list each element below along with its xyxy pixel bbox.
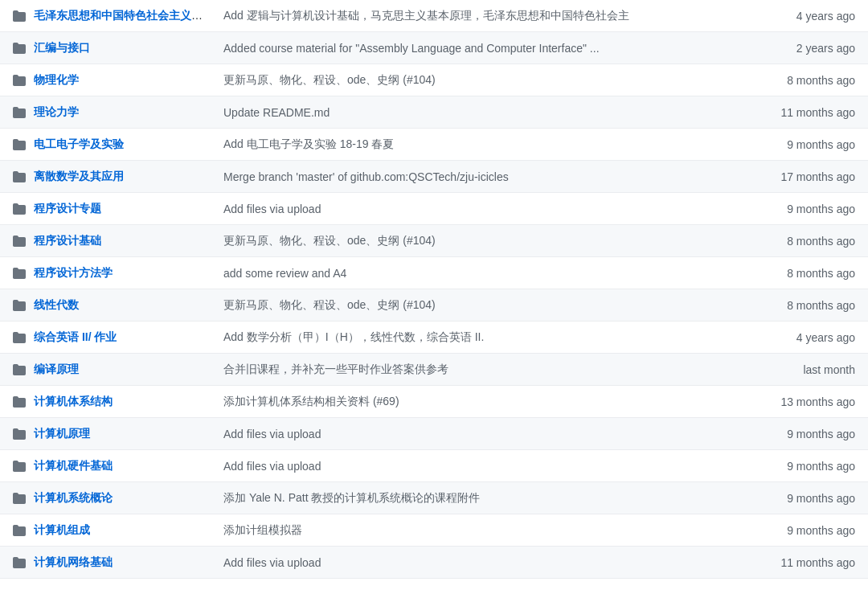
table-row: 线性代数 更新马原、物化、程设、ode、史纲 (#104) 8 months a… — [0, 289, 868, 322]
file-name[interactable]: 程序设计基础 — [34, 234, 211, 248]
commit-message: Add files via upload — [211, 460, 751, 473]
commit-message: Added course material for "Assembly Lang… — [211, 42, 751, 55]
commit-message: 添加计算机体系结构相关资料 (#69) — [211, 395, 751, 409]
table-row: 理论力学 Update README.md 11 months ago — [0, 96, 868, 129]
file-name[interactable]: 程序设计专题 — [34, 202, 211, 216]
folder-icon — [13, 106, 27, 119]
time-ago: 9 months ago — [751, 203, 855, 215]
table-row: 编译原理 合并旧课程，并补充一些平时作业答案供参考 last month — [0, 354, 868, 386]
table-row: 计算机组成 添加计组模拟器 9 months ago — [0, 514, 868, 547]
time-ago: 11 months ago — [751, 106, 855, 119]
table-row: 离散数学及其应用 Merge branch 'master' of github… — [0, 161, 868, 193]
file-name[interactable]: 编译原理 — [34, 363, 211, 377]
file-name[interactable]: 计算机组成 — [34, 523, 211, 538]
time-ago: 4 years ago — [751, 10, 855, 23]
folder-icon — [13, 428, 27, 440]
file-name[interactable]: 计算机系统概论 — [34, 491, 211, 506]
time-ago: 4 years ago — [751, 331, 855, 344]
commit-message: 添加计组模拟器 — [211, 523, 751, 538]
time-ago: 11 months ago — [751, 556, 855, 569]
time-ago: 9 months ago — [751, 492, 855, 505]
time-ago: 9 months ago — [751, 460, 855, 473]
file-name[interactable]: 离散数学及其应用 — [34, 170, 211, 184]
commit-message: Add files via upload — [211, 203, 751, 215]
time-ago: 9 months ago — [751, 524, 855, 537]
table-row: 综合英语 II/ 作业 Add 数学分析（甲）I（H），线性代数，综合英语 II… — [0, 322, 868, 354]
file-name[interactable]: 计算机硬件基础 — [34, 459, 211, 473]
folder-icon — [13, 235, 27, 248]
time-ago: 8 months ago — [751, 267, 855, 280]
commit-message: 更新马原、物化、程设、ode、史纲 (#104) — [211, 234, 751, 248]
file-name[interactable]: 物理化学 — [34, 73, 211, 88]
folder-icon — [13, 170, 27, 183]
file-name[interactable]: 汇编与接口 — [34, 41, 211, 55]
folder-icon — [13, 74, 27, 87]
table-row: 毛泽东思想和中国特色社会主义理... Add 逻辑与计算机设计基础，马克思主义基… — [0, 0, 868, 32]
commit-message: Add 电工电子学及实验 18-19 春夏 — [211, 137, 751, 152]
table-row: 物理化学 更新马原、物化、程设、ode、史纲 (#104) 8 months a… — [0, 64, 868, 96]
time-ago: 8 months ago — [751, 74, 855, 87]
folder-icon — [13, 460, 27, 473]
commit-message: 更新马原、物化、程设、ode、史纲 (#104) — [211, 298, 751, 313]
commit-message: 合并旧课程，并补充一些平时作业答案供参考 — [211, 363, 751, 377]
commit-message: 更新马原、物化、程设、ode、史纲 (#104) — [211, 73, 751, 88]
file-name[interactable]: 线性代数 — [34, 298, 211, 313]
commit-message: 添加 Yale N. Patt 教授的计算机系统概论的课程附件 — [211, 491, 751, 506]
time-ago: 9 months ago — [751, 138, 855, 151]
commit-message: Add 数学分析（甲）I（H），线性代数，综合英语 II. — [211, 330, 751, 345]
folder-icon — [13, 524, 27, 537]
commit-message: Merge branch 'master' of github.com:QSCT… — [211, 170, 751, 183]
time-ago: 13 months ago — [751, 395, 855, 408]
folder-icon — [13, 42, 27, 55]
file-list: 毛泽东思想和中国特色社会主义理... Add 逻辑与计算机设计基础，马克思主义基… — [0, 0, 868, 579]
file-name[interactable]: 程序设计方法学 — [34, 266, 211, 281]
time-ago: 9 months ago — [751, 428, 855, 440]
commit-message: add some review and A4 — [211, 267, 751, 280]
commit-message: Add files via upload — [211, 556, 751, 569]
folder-icon — [13, 556, 27, 569]
folder-icon — [13, 395, 27, 408]
folder-icon — [13, 299, 27, 312]
folder-icon — [13, 492, 27, 505]
commit-message: Update README.md — [211, 106, 751, 119]
commit-message: Add 逻辑与计算机设计基础，马克思主义基本原理，毛泽东思想和中国特色社会主 — [211, 9, 751, 23]
time-ago: 2 years ago — [751, 42, 855, 55]
folder-icon — [13, 331, 27, 344]
time-ago: 8 months ago — [751, 235, 855, 248]
folder-icon — [13, 363, 27, 376]
time-ago: 8 months ago — [751, 299, 855, 312]
table-row: 程序设计方法学 add some review and A4 8 months … — [0, 257, 868, 289]
folder-icon — [13, 203, 27, 215]
folder-icon — [13, 138, 27, 151]
time-ago: last month — [751, 363, 855, 376]
table-row: 汇编与接口 Added course material for "Assembl… — [0, 32, 868, 64]
folder-icon — [13, 267, 27, 280]
table-row: 计算机网络基础 Add files via upload 11 months a… — [0, 547, 868, 579]
table-row: 计算机体系结构 添加计算机体系结构相关资料 (#69) 13 months ag… — [0, 386, 868, 418]
file-name[interactable]: 毛泽东思想和中国特色社会主义理... — [34, 9, 211, 23]
file-name[interactable]: 计算机网络基础 — [34, 555, 211, 570]
time-ago: 17 months ago — [751, 170, 855, 183]
table-row: 计算机原理 Add files via upload 9 months ago — [0, 418, 868, 450]
table-row: 程序设计专题 Add files via upload 9 months ago — [0, 193, 868, 225]
file-name[interactable]: 计算机原理 — [34, 427, 211, 441]
file-name[interactable]: 电工电子学及实验 — [34, 137, 211, 152]
folder-icon — [13, 10, 27, 23]
file-name[interactable]: 计算机体系结构 — [34, 395, 211, 409]
commit-message: Add files via upload — [211, 428, 751, 440]
table-row: 电工电子学及实验 Add 电工电子学及实验 18-19 春夏 9 months … — [0, 129, 868, 161]
file-name[interactable]: 理论力学 — [34, 105, 211, 120]
table-row: 计算机硬件基础 Add files via upload 9 months ag… — [0, 450, 868, 482]
file-name[interactable]: 综合英语 II/ 作业 — [34, 330, 211, 345]
table-row: 程序设计基础 更新马原、物化、程设、ode、史纲 (#104) 8 months… — [0, 225, 868, 257]
table-row: 计算机系统概论 添加 Yale N. Patt 教授的计算机系统概论的课程附件 … — [0, 482, 868, 514]
